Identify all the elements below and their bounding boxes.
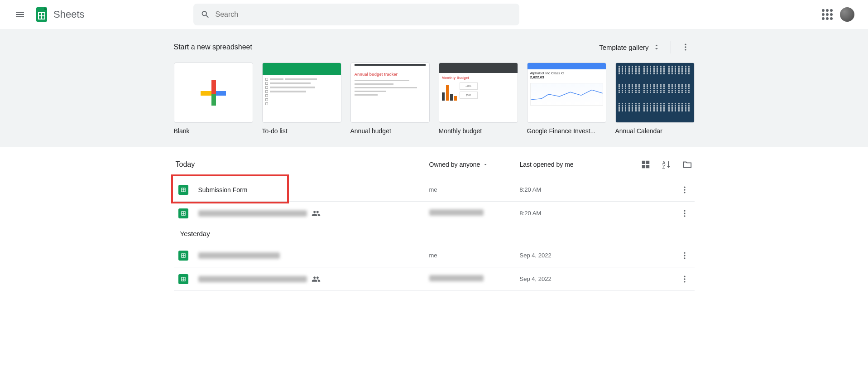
file-more-button[interactable] — [679, 274, 690, 285]
svg-point-6 — [685, 49, 686, 50]
file-row[interactable]: Submission Formme8:20 AM — [174, 178, 695, 202]
template-thumb-monthly: Monthly Budget +90%$500 — [439, 63, 518, 123]
file-row[interactable]: Sep 4, 2022 — [174, 267, 695, 291]
template-gallery-button[interactable]: Template gallery — [595, 40, 665, 54]
template-annual-budget[interactable]: Annual budget tracker Annual budget — [350, 63, 430, 135]
more-vert-icon — [680, 185, 689, 194]
owner-filter-label: Owned by anyone — [429, 161, 480, 168]
more-vert-icon — [680, 251, 689, 260]
file-date: 8:20 AM — [520, 210, 633, 217]
more-vert-icon — [680, 209, 689, 218]
svg-point-19 — [684, 213, 685, 214]
sort-az-icon: AZ — [662, 160, 671, 169]
template-todo[interactable]: To-do list — [262, 63, 341, 135]
open-file-picker-button[interactable] — [682, 159, 693, 170]
shared-icon — [312, 209, 321, 218]
svg-point-4 — [685, 44, 686, 45]
sheets-file-icon — [178, 251, 188, 261]
template-thumb-annual: Annual budget tracker — [350, 63, 430, 123]
google-apps-button[interactable] — [822, 9, 833, 20]
template-label: Annual budget — [350, 127, 430, 135]
sort-label: Last opened by me — [520, 161, 574, 168]
template-label: Google Finance Invest... — [527, 127, 606, 135]
sort-options-button[interactable]: AZ — [661, 159, 672, 170]
svg-point-5 — [685, 46, 686, 48]
svg-point-30 — [684, 276, 685, 277]
file-owner — [429, 209, 520, 217]
file-name — [198, 209, 429, 218]
search-container — [193, 4, 519, 25]
svg-text:Z: Z — [662, 164, 665, 169]
file-row[interactable]: meSep 4, 2022 — [174, 244, 695, 267]
file-more-button[interactable] — [679, 250, 690, 261]
sheets-file-icon — [178, 274, 188, 284]
svg-point-20 — [684, 215, 685, 217]
owner-filter-dropdown[interactable]: Owned by anyone — [429, 161, 520, 168]
template-thumb-finance: Alphabet Inc Class C 2,622.03 — [527, 63, 606, 123]
template-list: Blank To-do list — [174, 63, 695, 135]
template-calendar[interactable]: Annual Calendar — [615, 63, 695, 135]
template-label: Annual Calendar — [615, 127, 695, 135]
folder-icon — [682, 160, 692, 169]
svg-point-32 — [684, 281, 685, 282]
divider — [671, 41, 671, 53]
template-thumb-calendar — [615, 63, 695, 123]
group-label: Yesterday — [174, 225, 695, 244]
templates-section: Start a new spreadsheet Template gallery — [0, 29, 868, 147]
template-thumb-blank — [174, 63, 253, 123]
file-owner — [429, 275, 520, 283]
search-box[interactable] — [193, 4, 519, 25]
template-label: To-do list — [262, 127, 341, 135]
template-finance[interactable]: Alphabet Inc Class C 2,622.03 Google Fin… — [527, 63, 606, 135]
files-section: Today Owned by anyone Last opened by me … — [174, 147, 695, 291]
template-thumb-todo — [262, 63, 341, 123]
templates-heading: Start a new spreadsheet — [174, 43, 252, 51]
file-name — [198, 275, 429, 284]
unfold-icon — [652, 43, 661, 51]
plus-icon — [201, 80, 226, 106]
svg-point-31 — [684, 278, 685, 280]
files-list: Submission Formme8:20 AM8:20 AMYesterday… — [174, 178, 695, 291]
file-owner: me — [429, 252, 520, 259]
svg-point-26 — [684, 257, 685, 259]
more-vert-icon — [681, 43, 690, 52]
search-icon — [201, 10, 210, 19]
svg-point-25 — [684, 255, 685, 256]
grid-icon — [641, 160, 651, 169]
app-header: Sheets — [0, 0, 868, 29]
more-vert-icon — [680, 275, 689, 284]
hamburger-icon — [14, 9, 25, 20]
account-avatar[interactable] — [840, 7, 854, 22]
svg-point-14 — [684, 192, 685, 193]
sheets-logo-icon — [33, 5, 51, 24]
dropdown-arrow-icon — [483, 162, 488, 167]
shared-icon — [312, 275, 321, 284]
template-monthly-budget[interactable]: Monthly Budget +90%$500 Monthly budget — [439, 63, 518, 135]
file-more-button[interactable] — [679, 184, 690, 195]
svg-point-18 — [684, 210, 685, 211]
template-blank[interactable]: Blank — [174, 63, 253, 135]
sheets-file-icon — [178, 185, 188, 195]
template-label: Blank — [174, 127, 253, 135]
sheets-file-icon — [178, 208, 188, 218]
file-name: Submission Form — [198, 186, 429, 193]
file-name — [198, 252, 429, 259]
main-menu-button[interactable] — [9, 4, 31, 25]
template-gallery-label: Template gallery — [599, 44, 648, 51]
templates-more-button[interactable] — [676, 38, 695, 56]
svg-point-13 — [684, 189, 685, 190]
file-date: Sep 4, 2022 — [520, 276, 633, 282]
files-list-header: Today Owned by anyone Last opened by me … — [174, 155, 695, 178]
file-row[interactable]: 8:20 AM — [174, 202, 695, 225]
file-owner: me — [429, 186, 520, 193]
svg-point-24 — [684, 252, 685, 253]
file-date: 8:20 AM — [520, 186, 633, 193]
group-label-today: Today — [176, 160, 429, 169]
file-date: Sep 4, 2022 — [520, 252, 633, 259]
svg-point-12 — [684, 186, 685, 188]
file-more-button[interactable] — [679, 208, 690, 219]
grid-view-button[interactable] — [640, 159, 651, 170]
template-label: Monthly budget — [439, 127, 518, 135]
search-input[interactable] — [215, 10, 512, 19]
app-title: Sheets — [53, 9, 85, 20]
